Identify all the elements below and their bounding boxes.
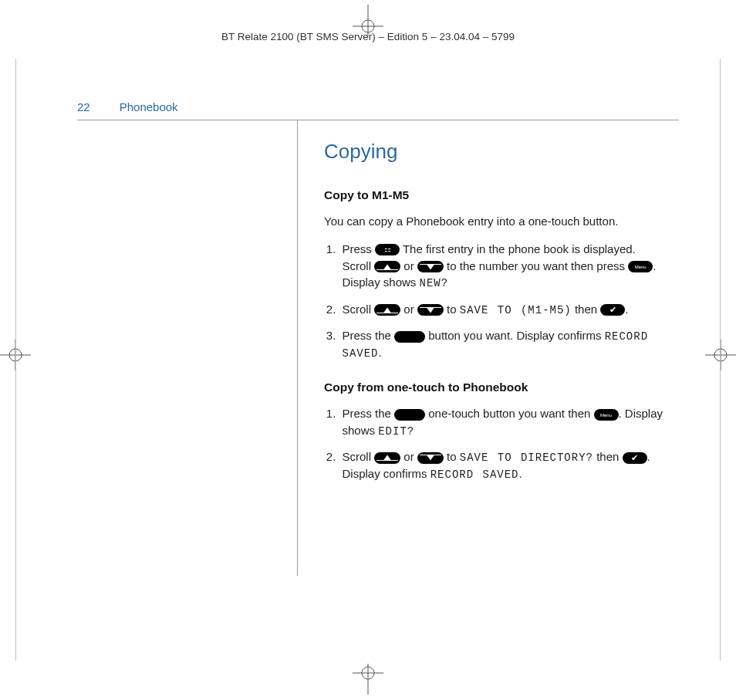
menu-key-icon <box>594 409 619 421</box>
blank-key-icon <box>394 409 425 421</box>
step-1: Press The first entry in the phone book … <box>339 241 664 292</box>
main-column: Copying Copy to M1-M5 You can copy a Pho… <box>298 120 679 576</box>
scroll-up-key-icon <box>374 452 400 464</box>
section-name: Phonebook <box>120 100 178 113</box>
lcd-record-saved-2: RECORD SAVED <box>430 468 519 481</box>
left-gutter <box>77 120 298 576</box>
scroll-down-key-icon <box>417 452 444 464</box>
intro-paragraph: You can copy a Phonebook entry into a on… <box>324 213 663 230</box>
svg-point-11 <box>714 349 727 361</box>
svg-point-5 <box>362 667 374 679</box>
document-header: BT Relate 2100 (BT SMS Server) – Edition… <box>0 31 736 42</box>
registration-mark-bottom <box>353 664 383 695</box>
subhead-copy-from: Copy from one-touch to Phonebook <box>324 379 663 396</box>
subhead-copy-to: Copy to M1-M5 <box>324 187 663 204</box>
lcd-save-to-m1m5: SAVE TO (M1-M5) <box>460 304 572 316</box>
step-1b: Press the one-touch button you want then… <box>339 405 664 439</box>
menu-key-icon <box>628 261 653 272</box>
trim-line-right <box>720 59 721 661</box>
step-2b: Scroll or to SAVE TO DIRECTORY? then . D… <box>339 448 664 483</box>
running-head: 22 Phonebook <box>77 100 679 113</box>
steps-copy-to: Press The first entry in the phone book … <box>324 241 663 362</box>
page-body: 22 Phonebook Copying Copy to M1-M5 You c… <box>77 100 679 576</box>
lcd-save-to-directory: SAVE TO DIRECTORY? <box>460 451 593 464</box>
scroll-down-key-icon <box>417 304 444 316</box>
trim-line-left <box>15 59 16 661</box>
step-2: Scroll or to SAVE TO (M1-M5) then . <box>339 301 664 318</box>
blank-key-icon <box>394 331 425 343</box>
step-3: Press the button you want. Display confi… <box>339 327 664 362</box>
steps-copy-from: Press the one-touch button you want then… <box>324 405 663 483</box>
page-number: 22 <box>77 100 90 113</box>
ok-key-icon <box>623 452 647 464</box>
ok-key-icon <box>600 304 625 316</box>
directory-key-icon <box>375 244 400 255</box>
scroll-up-key-icon <box>374 261 400 272</box>
page-title: Copying <box>324 137 663 167</box>
lcd-new: NEW? <box>420 277 449 289</box>
lcd-edit: EDIT? <box>378 425 414 438</box>
scroll-down-key-icon <box>417 261 444 272</box>
scroll-up-key-icon <box>374 304 400 316</box>
registration-mark-right <box>705 340 736 370</box>
